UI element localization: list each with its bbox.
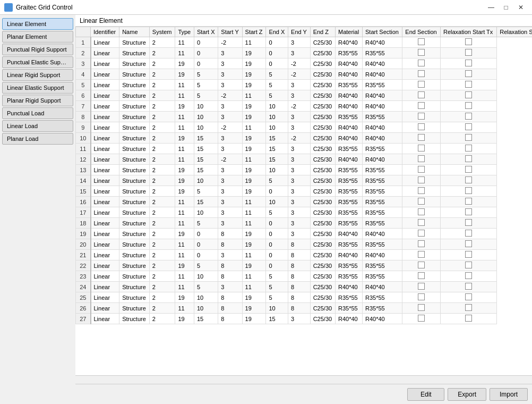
sidebar: Linear ElementPlanar ElementPunctual Rig…	[0, 15, 75, 404]
title-bar-controls: — □ ✕	[484, 2, 528, 13]
table-row[interactable]: 21LinearStructure211031108C25/30R40*40R4…	[76, 250, 533, 260]
table-row[interactable]: 22LinearStructure219581908C25/30R35*55R3…	[76, 260, 533, 271]
table-row[interactable]: 23LinearStructure2111081158C25/30R35*55R…	[76, 271, 533, 282]
checkbox-cell	[440, 69, 496, 80]
data-cell: Linear	[91, 282, 119, 292]
sidebar-btn-2[interactable]: Punctual Rigid Support	[2, 44, 73, 55]
sidebar-btn-4[interactable]: Linear Rigid Support	[2, 69, 73, 81]
row-number: 14	[76, 175, 91, 186]
data-cell: 10	[266, 112, 288, 122]
data-cell: 3	[288, 48, 311, 58]
table-row[interactable]: 18LinearStructure211531103C25/30R35*55R3…	[76, 218, 533, 229]
data-cell: C25/30	[310, 260, 335, 271]
data-cell: Structure	[119, 218, 150, 229]
table-row[interactable]: 12LinearStructure21115-211153C25/30R40*4…	[76, 154, 533, 165]
import-button[interactable]: Import	[490, 388, 528, 401]
table-row[interactable]: 10LinearStructure2191531915-2C25/30R40*4…	[76, 133, 533, 144]
checkbox-cell	[440, 303, 496, 314]
checkbox-cell	[402, 175, 441, 186]
data-cell: Structure	[119, 186, 150, 197]
data-cell: 3	[218, 101, 242, 112]
table-row[interactable]: 24LinearStructure211531158C25/30R40*40R4…	[76, 282, 533, 292]
data-cell: R40*40	[363, 154, 402, 165]
data-cell: C25/30	[310, 271, 335, 282]
data-cell: Linear	[91, 69, 119, 80]
data-cell: R40*40	[335, 69, 362, 80]
data-cell: 19	[242, 175, 266, 186]
sidebar-btn-6[interactable]: Planar Rigid Support	[2, 95, 73, 106]
table-row[interactable]: 14LinearStructure2191031953C25/30R35*55R…	[76, 175, 533, 186]
data-cell: 3	[288, 112, 311, 122]
table-row[interactable]: 20LinearStructure211081908C25/30R35*55R3…	[76, 239, 533, 250]
data-cell: 3	[218, 165, 242, 175]
data-cell: 10	[194, 101, 218, 112]
close-button[interactable]: ✕	[514, 2, 528, 13]
table-row[interactable]: 9LinearStructure21110-211103C25/30R40*40…	[76, 122, 533, 133]
data-cell: 11	[242, 218, 266, 229]
data-cell: R40*40	[363, 250, 402, 260]
table-row[interactable]: 1LinearStructure2110-21103C25/30R40*40R4…	[76, 37, 533, 48]
minimize-button[interactable]: —	[484, 2, 498, 13]
table-row[interactable]: 11LinearStructure21115319153C25/30R35*55…	[76, 144, 533, 154]
table-scroll[interactable]: IdentifierNameSystemTypeStart XStart YSt…	[75, 27, 532, 375]
table-row[interactable]: 4LinearStructure21953195-2C25/30R40*40R4…	[76, 69, 533, 80]
data-cell: 10	[194, 175, 218, 186]
data-cell: Linear	[91, 303, 119, 314]
data-cell: 3	[218, 175, 242, 186]
sidebar-btn-3[interactable]: Punctual Elastic Support	[2, 56, 73, 68]
data-cell: 2	[149, 175, 175, 186]
data-cell: 10	[266, 101, 288, 112]
table-row[interactable]: 19LinearStructure219081903C25/30R40*40R4…	[76, 229, 533, 239]
data-cell: 19	[175, 186, 194, 197]
table-row[interactable]: 3LinearStructure21903190-2C25/30R40*40R4…	[76, 58, 533, 69]
table-row[interactable]: 26LinearStructure21110819108C25/30R35*55…	[76, 303, 533, 314]
data-cell: 19	[175, 175, 194, 186]
export-button[interactable]: Export	[448, 388, 486, 401]
sidebar-btn-9[interactable]: Planar Load	[2, 133, 73, 145]
sidebar-btn-5[interactable]: Linear Elastic Support	[2, 82, 73, 94]
row-number: 12	[76, 154, 91, 165]
data-cell: Linear	[91, 218, 119, 229]
table-row[interactable]: 17LinearStructure2111031153C25/30R35*55R…	[76, 207, 533, 218]
table-row[interactable]: 7LinearStructure2191031910-2C25/30R40*40…	[76, 101, 533, 112]
data-cell: 0	[266, 260, 288, 271]
table-row[interactable]: 8LinearStructure21110319103C25/30R35*55R…	[76, 112, 533, 122]
title-bar: Graitec Grid Control — □ ✕	[0, 0, 532, 15]
checkbox-cell	[440, 58, 496, 69]
data-cell: R40*40	[335, 282, 362, 292]
checkbox-cell	[402, 303, 441, 314]
table-row[interactable]: 2LinearStructure211031903C25/30R35*55R35…	[76, 48, 533, 58]
table-row[interactable]: 27LinearStructure21915819153C25/30R40*40…	[76, 314, 533, 324]
data-cell: R40*40	[335, 58, 362, 69]
edit-button[interactable]: Edit	[407, 388, 444, 401]
checkbox-cell	[402, 133, 441, 144]
data-cell: 2	[149, 48, 175, 58]
data-cell: R35*55	[363, 48, 402, 58]
table-row[interactable]: 25LinearStructure2191081958C25/30R35*55R…	[76, 292, 533, 303]
table-row[interactable]: 13LinearStructure21915319103C25/30R35*55…	[76, 165, 533, 175]
checkbox-cell	[440, 37, 496, 48]
table-row[interactable]: 6LinearStructure2115-21153C25/30R40*40R4…	[76, 90, 533, 101]
checkbox-cell	[440, 271, 496, 282]
data-cell: 11	[242, 250, 266, 260]
data-cell: C25/30	[310, 69, 335, 80]
sidebar-btn-1[interactable]: Planar Element	[2, 31, 73, 43]
checkbox-cell	[402, 218, 441, 229]
sidebar-btn-8[interactable]: Linear Load	[2, 120, 73, 132]
data-cell: Structure	[119, 303, 150, 314]
maximize-button[interactable]: □	[499, 2, 513, 13]
table-row[interactable]: 16LinearStructure21115311103C25/30R35*55…	[76, 197, 533, 207]
horizontal-scrollbar[interactable]	[75, 375, 532, 384]
data-cell: 3	[288, 186, 311, 197]
row-number: 7	[76, 101, 91, 112]
data-cell: 8	[288, 250, 311, 260]
col-header-14: Relaxation Start Ty	[497, 27, 532, 37]
checkbox-cell	[440, 122, 496, 133]
data-cell: R40*40	[335, 133, 362, 144]
sidebar-btn-7[interactable]: Punctual Load	[2, 107, 73, 119]
sidebar-btn-0[interactable]: Linear Element	[2, 18, 73, 30]
table-row[interactable]: 5LinearStructure211531953C25/30R35*55R35…	[76, 80, 533, 90]
data-cell: 5	[194, 218, 218, 229]
table-row[interactable]: 15LinearStructure219531903C25/30R35*55R3…	[76, 186, 533, 197]
data-cell: Linear	[91, 271, 119, 282]
